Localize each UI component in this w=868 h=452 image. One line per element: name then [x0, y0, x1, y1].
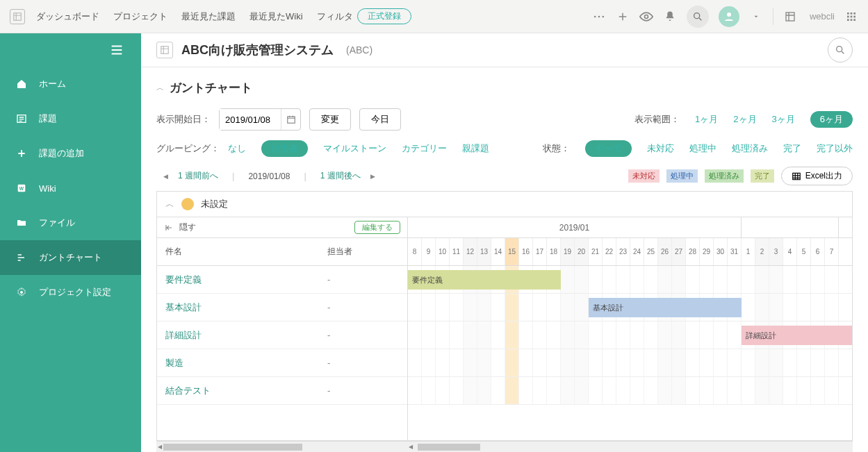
issue-link[interactable]: 詳細設計: [157, 329, 327, 342]
add-icon[interactable]: [616, 10, 630, 24]
gantt-right-pane: 2019/01 89101112131415161718192021222324…: [408, 217, 852, 440]
day-header: 3: [769, 238, 783, 265]
range-label: 表示範囲：: [634, 113, 680, 126]
nav-recent-wiki[interactable]: 最近見たWiki: [249, 10, 303, 23]
change-button[interactable]: 変更: [309, 108, 351, 131]
hide-columns-link[interactable]: 隠す: [179, 221, 196, 233]
excel-export-button[interactable]: Excel出力: [781, 167, 853, 185]
topbar: ダッシュボード プロジェクト 最近見た課題 最近見たWiki フィルタ 正式登録…: [0, 0, 868, 33]
hscroll-right[interactable]: ◀: [407, 441, 853, 452]
day-header: 11: [450, 238, 464, 265]
sidebar-item-label: ファイル: [39, 217, 75, 229]
sidebar-item-add-issue[interactable]: 課題の追加: [0, 136, 141, 171]
range-6m[interactable]: 6ヶ月: [810, 111, 853, 128]
state-notcomplete[interactable]: 完了以外: [817, 142, 853, 155]
group-none[interactable]: なし: [228, 142, 246, 155]
sidebar-item-gantt[interactable]: ガントチャート: [0, 240, 141, 275]
project-icon: [156, 42, 173, 58]
state-processed[interactable]: 処理済み: [732, 142, 768, 155]
svg-point-22: [837, 47, 842, 52]
top-nav: ダッシュボード プロジェクト 最近見た課題 最近見たWiki フィルタ: [36, 10, 353, 23]
day-header: 29: [700, 238, 714, 265]
group-assignee[interactable]: 担当者: [261, 140, 308, 157]
next-week-link[interactable]: 1 週間後へ: [320, 170, 361, 182]
nav-recent-issues[interactable]: 最近見た課題: [181, 10, 236, 23]
sidebar-item-label: プロジェクト設定: [39, 286, 111, 299]
state-all[interactable]: すべて: [585, 140, 632, 157]
state-pending[interactable]: 未対応: [647, 142, 674, 155]
gantt-left-header: 隠す 編集する: [157, 217, 407, 238]
sidebar-item-issues[interactable]: 課題: [0, 101, 141, 136]
issue-link[interactable]: 要件定義: [157, 274, 327, 286]
nav-dashboard[interactable]: ダッシュボード: [36, 10, 99, 23]
state-options: 状態： すべて 未対応 処理中 処理済み 完了 完了以外: [543, 140, 853, 157]
sidebar-toggle[interactable]: [0, 33, 141, 67]
global-search-button[interactable]: [687, 6, 709, 28]
table-row: 要件定義-: [157, 266, 407, 294]
svg-rect-8: [847, 12, 849, 15]
space-icon[interactable]: [783, 10, 797, 24]
apps-icon[interactable]: [844, 10, 858, 24]
gantt-bar[interactable]: 要件定義: [408, 270, 561, 290]
calendar-icon[interactable]: [281, 109, 300, 130]
sidebar-item-settings[interactable]: プロジェクト設定: [0, 275, 141, 310]
prev-week-link[interactable]: 1 週間前へ: [178, 170, 218, 182]
nav-projects[interactable]: プロジェクト: [113, 10, 167, 23]
group-name: 未設定: [201, 198, 228, 210]
range-1m[interactable]: 1ヶ月: [695, 113, 718, 126]
state-processing[interactable]: 処理中: [689, 142, 716, 155]
group-category[interactable]: カテゴリー: [402, 142, 447, 155]
edit-button[interactable]: 編集する: [354, 221, 400, 234]
gantt-icon: [15, 251, 28, 264]
sidebar-item-label: Wiki: [39, 183, 56, 194]
sidebar-item-wiki[interactable]: W Wiki: [0, 171, 141, 206]
svg-rect-16: [853, 19, 855, 21]
unassigned-user-icon: [181, 198, 194, 210]
gantt-bar[interactable]: 基本設計: [589, 298, 742, 317]
today-button[interactable]: 今日: [359, 108, 401, 131]
register-button[interactable]: 正式登録: [357, 8, 411, 24]
nav-filter[interactable]: フィルタ: [317, 10, 353, 23]
issue-link[interactable]: 結合テスト: [157, 385, 327, 397]
app-logo[interactable]: [10, 9, 25, 24]
page-title: ガントチャート: [170, 80, 252, 96]
start-date-input[interactable]: [220, 109, 281, 130]
watch-icon[interactable]: [639, 10, 653, 24]
sidebar-item-home[interactable]: ホーム: [0, 67, 141, 101]
issue-link[interactable]: 製造: [157, 357, 327, 369]
collapse-left-icon[interactable]: [164, 223, 174, 233]
bell-icon[interactable]: [663, 10, 677, 24]
sidebar-item-files[interactable]: ファイル: [0, 206, 141, 240]
day-header: 30: [714, 238, 728, 265]
group-parent[interactable]: 親課題: [462, 142, 489, 155]
day-header: 26: [658, 238, 672, 265]
more-icon[interactable]: [592, 10, 606, 24]
gantt-left-pane: 隠す 編集する 件名 担当者 要件定義-基本設計-詳細設計-製造-結合テスト-: [157, 217, 408, 440]
hscroll-left[interactable]: ◀: [156, 441, 407, 452]
group-milestone[interactable]: マイルストーン: [323, 142, 386, 155]
state-complete[interactable]: 完了: [783, 142, 801, 155]
day-header: 13: [477, 238, 491, 265]
folder-icon: [15, 217, 28, 229]
day-header: 15: [505, 238, 519, 265]
avatar[interactable]: [719, 6, 739, 27]
issue-link[interactable]: 基本設計: [157, 301, 327, 314]
svg-point-4: [644, 15, 648, 18]
gantt-bar[interactable]: 詳細設計: [742, 326, 852, 345]
control-row-1: 表示開始日： 変更 今日 表示範囲： 1ヶ月 2ヶ月 3ヶ月 6ヶ月: [156, 108, 853, 131]
avatar-caret-icon[interactable]: [749, 10, 763, 24]
range-2m[interactable]: 2ヶ月: [733, 113, 756, 126]
project-search-button[interactable]: [828, 37, 853, 62]
group-collapse-icon[interactable]: ︿: [165, 198, 174, 210]
gantt-row: [408, 349, 852, 377]
col-subject: 件名: [157, 246, 327, 258]
gear-icon: [15, 286, 28, 299]
day-header: 27: [672, 238, 686, 265]
chevron-up-icon[interactable]: ︿: [156, 83, 164, 93]
range-3m[interactable]: 3ヶ月: [772, 113, 795, 126]
svg-point-2: [598, 15, 600, 17]
day-header: 8: [408, 238, 422, 265]
nav-current-date: 2019/01/08: [248, 171, 290, 181]
group-options: なし 担当者 マイルストーン カテゴリー 親課題: [228, 140, 489, 157]
top-icons: webcli: [592, 6, 858, 28]
